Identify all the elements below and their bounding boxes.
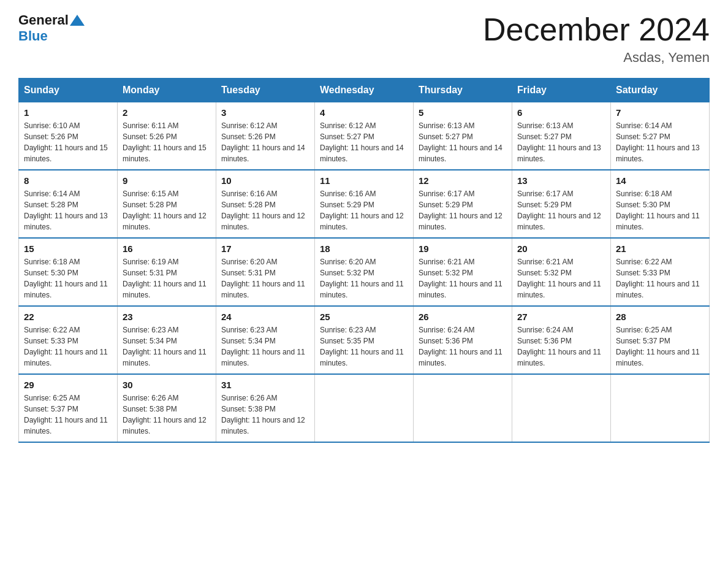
day-number: 5 <box>419 107 507 118</box>
calendar-cell <box>512 374 611 442</box>
day-info: Sunrise: 6:23 AMSunset: 5:34 PMDaylight:… <box>221 324 309 369</box>
day-info: Sunrise: 6:16 AMSunset: 5:28 PMDaylight:… <box>221 188 309 232</box>
day-number: 25 <box>320 312 408 322</box>
calendar-cell: 8Sunrise: 6:14 AMSunset: 5:28 PMDaylight… <box>19 170 118 238</box>
calendar-cell: 19Sunrise: 6:21 AMSunset: 5:32 PMDayligh… <box>414 238 512 306</box>
calendar-cell: 24Sunrise: 6:23 AMSunset: 5:34 PMDayligh… <box>216 306 315 374</box>
day-info: Sunrise: 6:24 AMSunset: 5:36 PMDaylight:… <box>517 324 605 369</box>
day-info: Sunrise: 6:22 AMSunset: 5:33 PMDaylight:… <box>24 324 112 369</box>
day-number: 14 <box>616 175 704 186</box>
calendar-cell: 26Sunrise: 6:24 AMSunset: 5:36 PMDayligh… <box>414 306 512 374</box>
calendar-cell: 31Sunrise: 6:26 AMSunset: 5:38 PMDayligh… <box>216 374 315 442</box>
day-info: Sunrise: 6:13 AMSunset: 5:27 PMDaylight:… <box>419 120 507 164</box>
calendar-cell: 18Sunrise: 6:20 AMSunset: 5:32 PMDayligh… <box>315 238 414 306</box>
calendar-cell: 3Sunrise: 6:12 AMSunset: 5:26 PMDaylight… <box>216 102 315 170</box>
calendar-cell <box>414 374 512 442</box>
calendar-week-row: 8Sunrise: 6:14 AMSunset: 5:28 PMDaylight… <box>19 170 710 238</box>
day-info: Sunrise: 6:22 AMSunset: 5:33 PMDaylight:… <box>616 256 704 301</box>
logo-triangle-icon <box>70 15 85 26</box>
day-number: 10 <box>221 175 309 186</box>
calendar-cell: 13Sunrise: 6:17 AMSunset: 5:29 PMDayligh… <box>512 170 611 238</box>
calendar-cell: 1Sunrise: 6:10 AMSunset: 5:26 PMDaylight… <box>19 102 118 170</box>
calendar-cell: 16Sunrise: 6:19 AMSunset: 5:31 PMDayligh… <box>118 238 216 306</box>
calendar-cell: 21Sunrise: 6:22 AMSunset: 5:33 PMDayligh… <box>611 238 710 306</box>
header-sunday: Sunday <box>19 79 118 102</box>
calendar-title: December 2024 <box>483 12 710 47</box>
calendar-cell: 23Sunrise: 6:23 AMSunset: 5:34 PMDayligh… <box>118 306 216 374</box>
header-wednesday: Wednesday <box>315 79 414 102</box>
calendar-cell: 25Sunrise: 6:23 AMSunset: 5:35 PMDayligh… <box>315 306 414 374</box>
calendar-cell: 22Sunrise: 6:22 AMSunset: 5:33 PMDayligh… <box>19 306 118 374</box>
day-number: 13 <box>517 175 605 186</box>
calendar-cell: 11Sunrise: 6:16 AMSunset: 5:29 PMDayligh… <box>315 170 414 238</box>
calendar-cell: 7Sunrise: 6:14 AMSunset: 5:27 PMDaylight… <box>611 102 710 170</box>
day-number: 28 <box>616 312 704 322</box>
day-info: Sunrise: 6:16 AMSunset: 5:29 PMDaylight:… <box>320 188 408 232</box>
day-number: 24 <box>221 312 309 322</box>
header-tuesday: Tuesday <box>216 79 315 102</box>
calendar-week-row: 1Sunrise: 6:10 AMSunset: 5:26 PMDaylight… <box>19 102 710 170</box>
calendar-cell: 12Sunrise: 6:17 AMSunset: 5:29 PMDayligh… <box>414 170 512 238</box>
day-info: Sunrise: 6:26 AMSunset: 5:38 PMDaylight:… <box>221 393 309 437</box>
logo-blue: Blue <box>18 28 48 44</box>
day-number: 11 <box>320 175 408 186</box>
calendar-week-row: 22Sunrise: 6:22 AMSunset: 5:33 PMDayligh… <box>19 306 710 374</box>
day-info: Sunrise: 6:18 AMSunset: 5:30 PMDaylight:… <box>24 256 112 301</box>
header-monday: Monday <box>118 79 216 102</box>
day-number: 19 <box>419 243 507 254</box>
day-number: 30 <box>123 380 211 390</box>
day-info: Sunrise: 6:14 AMSunset: 5:27 PMDaylight:… <box>616 120 704 164</box>
header-thursday: Thursday <box>414 79 512 102</box>
calendar-cell: 10Sunrise: 6:16 AMSunset: 5:28 PMDayligh… <box>216 170 315 238</box>
calendar-cell: 15Sunrise: 6:18 AMSunset: 5:30 PMDayligh… <box>19 238 118 306</box>
calendar-table: SundayMondayTuesdayWednesdayThursdayFrid… <box>18 78 710 443</box>
day-number: 8 <box>24 175 112 186</box>
day-number: 29 <box>24 380 112 390</box>
day-number: 15 <box>24 243 112 254</box>
calendar-cell: 27Sunrise: 6:24 AMSunset: 5:36 PMDayligh… <box>512 306 611 374</box>
day-info: Sunrise: 6:15 AMSunset: 5:28 PMDaylight:… <box>123 188 211 232</box>
calendar-header-row: SundayMondayTuesdayWednesdayThursdayFrid… <box>19 79 710 102</box>
day-info: Sunrise: 6:23 AMSunset: 5:35 PMDaylight:… <box>320 324 408 369</box>
day-number: 12 <box>419 175 507 186</box>
day-number: 26 <box>419 312 507 322</box>
day-info: Sunrise: 6:10 AMSunset: 5:26 PMDaylight:… <box>24 120 112 164</box>
calendar-cell: 20Sunrise: 6:21 AMSunset: 5:32 PMDayligh… <box>512 238 611 306</box>
day-info: Sunrise: 6:12 AMSunset: 5:26 PMDaylight:… <box>221 120 309 164</box>
day-info: Sunrise: 6:17 AMSunset: 5:29 PMDaylight:… <box>419 188 507 232</box>
calendar-week-row: 15Sunrise: 6:18 AMSunset: 5:30 PMDayligh… <box>19 238 710 306</box>
day-info: Sunrise: 6:19 AMSunset: 5:31 PMDaylight:… <box>123 256 211 301</box>
calendar-cell: 4Sunrise: 6:12 AMSunset: 5:27 PMDaylight… <box>315 102 414 170</box>
calendar-cell: 9Sunrise: 6:15 AMSunset: 5:28 PMDaylight… <box>118 170 216 238</box>
day-number: 4 <box>320 107 408 118</box>
day-number: 16 <box>123 243 211 254</box>
calendar-cell <box>611 374 710 442</box>
page-header: General Blue December 2024 Asdas, Yemen <box>18 12 710 66</box>
calendar-cell: 17Sunrise: 6:20 AMSunset: 5:31 PMDayligh… <box>216 238 315 306</box>
day-info: Sunrise: 6:20 AMSunset: 5:31 PMDaylight:… <box>221 256 309 301</box>
day-info: Sunrise: 6:21 AMSunset: 5:32 PMDaylight:… <box>517 256 605 301</box>
day-info: Sunrise: 6:26 AMSunset: 5:38 PMDaylight:… <box>123 393 211 437</box>
calendar-cell: 29Sunrise: 6:25 AMSunset: 5:37 PMDayligh… <box>19 374 118 442</box>
logo: General Blue <box>18 12 86 44</box>
day-number: 18 <box>320 243 408 254</box>
logo-text: General <box>18 12 86 28</box>
logo-general: General <box>18 12 69 28</box>
day-number: 6 <box>517 107 605 118</box>
day-number: 17 <box>221 243 309 254</box>
day-number: 3 <box>221 107 309 118</box>
day-info: Sunrise: 6:17 AMSunset: 5:29 PMDaylight:… <box>517 188 605 232</box>
calendar-cell: 5Sunrise: 6:13 AMSunset: 5:27 PMDaylight… <box>414 102 512 170</box>
day-info: Sunrise: 6:21 AMSunset: 5:32 PMDaylight:… <box>419 256 507 301</box>
day-info: Sunrise: 6:13 AMSunset: 5:27 PMDaylight:… <box>517 120 605 164</box>
day-info: Sunrise: 6:12 AMSunset: 5:27 PMDaylight:… <box>320 120 408 164</box>
day-number: 27 <box>517 312 605 322</box>
day-number: 22 <box>24 312 112 322</box>
day-number: 20 <box>517 243 605 254</box>
day-info: Sunrise: 6:25 AMSunset: 5:37 PMDaylight:… <box>616 324 704 369</box>
calendar-week-row: 29Sunrise: 6:25 AMSunset: 5:37 PMDayligh… <box>19 374 710 442</box>
calendar-cell: 2Sunrise: 6:11 AMSunset: 5:26 PMDaylight… <box>118 102 216 170</box>
day-number: 2 <box>123 107 211 118</box>
day-number: 9 <box>123 175 211 186</box>
day-info: Sunrise: 6:23 AMSunset: 5:34 PMDaylight:… <box>123 324 211 369</box>
